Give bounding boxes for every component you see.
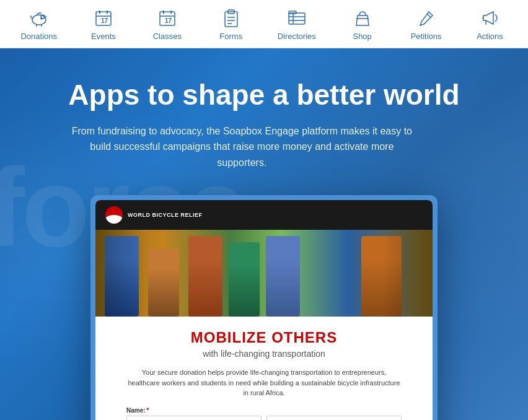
svg-text:17: 17 bbox=[165, 17, 172, 24]
calendar-classes-icon: 17 bbox=[156, 7, 178, 29]
calendar-events-icon: 17 bbox=[92, 7, 115, 29]
directories-icon bbox=[286, 7, 308, 29]
form-group-name: Name:* First Last bbox=[126, 407, 402, 420]
svg-text:17: 17 bbox=[101, 17, 108, 24]
card-description: Your secure donation helps provide life-… bbox=[128, 367, 400, 398]
nav-item-directories[interactable]: Directories bbox=[270, 2, 323, 46]
required-marker: * bbox=[147, 407, 149, 414]
mobilize-title: MOBILIZE OTHERS bbox=[114, 329, 414, 346]
svg-point-0 bbox=[32, 15, 46, 25]
nav-item-events[interactable]: 17 Events bbox=[79, 2, 128, 46]
first-name-input[interactable] bbox=[126, 416, 262, 420]
svg-rect-22 bbox=[289, 11, 296, 14]
card-photo-strip bbox=[95, 230, 433, 317]
svg-rect-18 bbox=[289, 13, 305, 24]
nav-item-actions[interactable]: Actions bbox=[465, 2, 514, 46]
pencil-icon bbox=[415, 7, 438, 29]
nav-label-donations: Donations bbox=[20, 32, 57, 41]
svg-line-24 bbox=[427, 14, 431, 17]
shop-bag-icon bbox=[351, 7, 374, 29]
megaphone-icon bbox=[478, 7, 501, 29]
card-inner: WORLD BICYCLE RELIEF MOBILIZE OTHERS bbox=[95, 200, 433, 420]
nav-item-forms[interactable]: Forms bbox=[206, 2, 256, 46]
hero-section: force Apps to shape a better world From … bbox=[0, 48, 528, 420]
hero-content: Apps to shape a better world From fundra… bbox=[56, 48, 472, 189]
nav-item-petitions[interactable]: Petitions bbox=[402, 2, 451, 46]
nav-label-events: Events bbox=[91, 32, 116, 41]
form-name-label: Name:* bbox=[126, 407, 402, 414]
nav-label-petitions: Petitions bbox=[411, 32, 442, 41]
card-header-bar: WORLD BICYCLE RELIEF bbox=[95, 200, 433, 230]
wbr-logo-icon bbox=[105, 206, 123, 224]
card-form-row: Name:* First Last bbox=[114, 407, 414, 420]
nav-label-forms: Forms bbox=[219, 32, 242, 41]
last-name-input[interactable] bbox=[266, 416, 402, 420]
nav-bar: Donations 17 Events bbox=[0, 0, 528, 48]
photo-overlay bbox=[95, 230, 433, 317]
hero-title: Apps to shape a better world bbox=[68, 79, 459, 111]
nav-label-classes: Classes bbox=[153, 32, 182, 41]
nav-label-actions: Actions bbox=[477, 32, 503, 41]
clipboard-icon bbox=[220, 7, 242, 29]
nav-item-donations[interactable]: Donations bbox=[13, 2, 64, 46]
card-logo: WORLD BICYCLE RELIEF bbox=[105, 206, 203, 224]
nav-label-shop: Shop bbox=[353, 32, 371, 41]
nav-label-directories: Directories bbox=[278, 32, 316, 41]
hero-subtitle: From fundraising to advocacy, the Soapbo… bbox=[68, 123, 415, 171]
card-preview: WORLD BICYCLE RELIEF MOBILIZE OTHERS bbox=[90, 195, 438, 420]
org-name: WORLD BICYCLE RELIEF bbox=[128, 212, 203, 218]
card-body: MOBILIZE OTHERS with life-changing trans… bbox=[95, 317, 433, 420]
nav-item-shop[interactable]: Shop bbox=[338, 2, 387, 46]
card-outer: WORLD BICYCLE RELIEF MOBILIZE OTHERS bbox=[90, 195, 438, 420]
card-subtitle-text: with life-changing transportation bbox=[114, 349, 414, 359]
svg-point-2 bbox=[41, 18, 42, 19]
nav-item-classes[interactable]: 17 Classes bbox=[143, 2, 192, 46]
piggy-bank-icon bbox=[28, 7, 50, 29]
